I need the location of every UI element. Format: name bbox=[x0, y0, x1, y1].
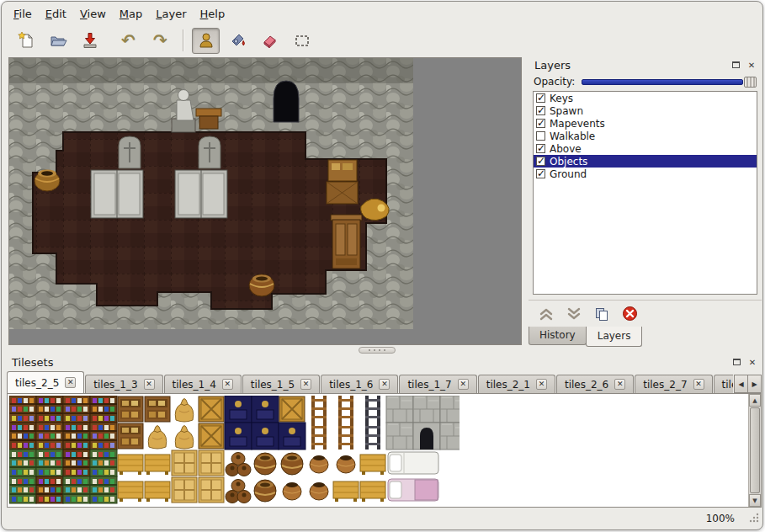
tab-label: tiles_2_5 bbox=[15, 377, 59, 389]
tilesets-panel: Tilesets ✕ tiles_2_5✕ tiles_1_3✕ tiles_1… bbox=[5, 354, 763, 510]
cabinet bbox=[331, 215, 362, 269]
tab-label: tiles_1_7 bbox=[407, 379, 451, 391]
scroll-down-button[interactable]: ▼ bbox=[749, 494, 761, 507]
tileset-tab-7[interactable]: tiles_2_6✕ bbox=[556, 375, 634, 393]
map-viewport bbox=[8, 57, 522, 345]
layer-visibility-checkbox[interactable] bbox=[536, 93, 545, 103]
duplicate-layer-button[interactable] bbox=[594, 306, 609, 322]
tab-label: tiles_1_6 bbox=[329, 379, 373, 391]
tab-scroll-buttons: ◀ ▶ bbox=[735, 375, 762, 393]
layer-visibility-checkbox[interactable] bbox=[536, 169, 545, 178]
layer-row-keys[interactable]: Keys bbox=[534, 92, 757, 104]
raise-layer-button[interactable] bbox=[539, 307, 554, 321]
select-tool-button[interactable] bbox=[288, 28, 316, 54]
close-tab-icon[interactable]: ✕ bbox=[693, 379, 704, 390]
tab-layers[interactable]: Layers bbox=[586, 327, 643, 347]
layer-visibility-checkbox[interactable] bbox=[536, 157, 545, 166]
layer-name: Keys bbox=[550, 93, 573, 104]
layers-panel-title: Layers bbox=[533, 59, 571, 72]
layer-row-mapevents[interactable]: Mapevents bbox=[534, 117, 757, 130]
undo-button[interactable]: ↶ bbox=[114, 28, 142, 54]
tileset-tab-6[interactable]: tiles_2_1✕ bbox=[478, 375, 555, 393]
layer-visibility-checkbox[interactable] bbox=[536, 131, 545, 141]
selection-rect-icon bbox=[293, 31, 311, 50]
tileset-tab-4[interactable]: tiles_1_6✕ bbox=[321, 375, 398, 393]
layer-list[interactable]: Keys Spawn Mapevents Walkable Above Obje… bbox=[533, 91, 757, 295]
layer-visibility-checkbox[interactable] bbox=[536, 119, 545, 128]
tileset-tab-0[interactable]: tiles_2_5✕ bbox=[7, 371, 84, 393]
tileset-tab-3[interactable]: tiles_1_5✕ bbox=[242, 375, 320, 393]
menu-help[interactable]: Help bbox=[194, 6, 232, 22]
layer-row-ground[interactable]: Ground bbox=[534, 168, 757, 180]
splitter-handle[interactable] bbox=[359, 347, 396, 354]
tilesets-panel-title: Tilesets bbox=[10, 356, 53, 369]
close-panel-button[interactable]: ✕ bbox=[746, 356, 758, 368]
tilesets-panel-header: Tilesets ✕ bbox=[5, 354, 763, 370]
tileset-view bbox=[8, 394, 748, 507]
map-canvas[interactable] bbox=[9, 58, 521, 344]
menu-file[interactable]: File bbox=[7, 6, 39, 22]
tab-label: tiles_2_6 bbox=[565, 379, 608, 391]
layer-row-above[interactable]: Above bbox=[534, 142, 757, 155]
save-map-button[interactable] bbox=[76, 28, 104, 54]
tileset-tab-2[interactable]: tiles_1_4✕ bbox=[164, 375, 242, 393]
close-tab-icon[interactable]: ✕ bbox=[222, 379, 233, 390]
menu-edit[interactable]: Edit bbox=[39, 6, 73, 22]
layer-visibility-checkbox[interactable] bbox=[536, 106, 545, 115]
tab-label: tiles_1_4 bbox=[173, 379, 216, 391]
layer-row-spawn[interactable]: Spawn bbox=[534, 104, 757, 117]
zoom-level: 100% bbox=[706, 513, 735, 524]
dye-tool-button[interactable] bbox=[224, 28, 252, 54]
eraser-tool-button[interactable] bbox=[256, 28, 284, 54]
menu-map[interactable]: Map bbox=[113, 6, 149, 22]
scroll-tabs-right-button[interactable]: ▶ bbox=[747, 375, 762, 393]
close-tab-icon[interactable]: ✕ bbox=[300, 379, 311, 390]
tab-label: tiles_ bbox=[722, 379, 733, 391]
layer-visibility-checkbox[interactable] bbox=[536, 144, 545, 153]
lower-layer-button[interactable] bbox=[566, 307, 582, 321]
layer-row-walkable[interactable]: Walkable bbox=[534, 130, 757, 142]
menubar: File Edit View Map Layer Help bbox=[7, 5, 231, 23]
close-tab-icon[interactable]: ✕ bbox=[458, 379, 469, 390]
scroll-up-button[interactable]: ▲ bbox=[749, 394, 761, 407]
new-file-button[interactable] bbox=[12, 28, 40, 54]
opacity-slider-track[interactable] bbox=[582, 79, 743, 85]
close-tab-icon[interactable]: ✕ bbox=[65, 377, 76, 388]
dye-bucket-icon bbox=[229, 31, 247, 50]
tileset-vertical-scrollbar[interactable]: ▲ ▼ bbox=[748, 394, 761, 507]
resize-grip[interactable] bbox=[748, 510, 759, 526]
close-tab-icon[interactable]: ✕ bbox=[144, 379, 155, 390]
menu-layer[interactable]: Layer bbox=[149, 6, 193, 22]
tab-label: tiles_2_1 bbox=[486, 379, 530, 391]
float-panel-button[interactable] bbox=[730, 356, 742, 368]
scroll-tabs-left-button[interactable]: ◀ bbox=[734, 375, 748, 393]
tileset-tab-1[interactable]: tiles_1_3✕ bbox=[85, 375, 162, 393]
opacity-slider[interactable] bbox=[582, 77, 757, 88]
pot-left bbox=[35, 170, 60, 192]
layer-row-objects[interactable]: Objects bbox=[534, 155, 757, 168]
statusbar: 100% bbox=[2, 508, 762, 529]
delete-icon bbox=[622, 306, 638, 322]
tileset-tab-8[interactable]: tiles_2_7✕ bbox=[635, 375, 712, 393]
tileset-tab-9[interactable]: tiles_✕ bbox=[714, 375, 733, 393]
undo-icon: ↶ bbox=[121, 32, 135, 49]
stamp-tool-button[interactable] bbox=[192, 28, 220, 54]
close-tab-icon[interactable]: ✕ bbox=[614, 379, 625, 390]
tileset-tab-bar: tiles_2_5✕ tiles_1_3✕ tiles_1_4✕ tiles_1… bbox=[7, 371, 733, 393]
stone-door-right bbox=[175, 170, 227, 218]
layers-panel: Layers ✕ Opacity: Keys Spawn bbox=[529, 57, 762, 347]
layer-name: Above bbox=[550, 143, 582, 155]
close-tab-icon[interactable]: ✕ bbox=[536, 379, 547, 390]
close-panel-button[interactable]: ✕ bbox=[746, 59, 757, 71]
redo-button[interactable]: ↷ bbox=[146, 28, 174, 54]
close-tab-icon[interactable]: ✕ bbox=[379, 379, 390, 390]
scrollbar-thumb[interactable] bbox=[750, 407, 760, 493]
tileset-image[interactable] bbox=[9, 396, 460, 505]
delete-layer-button[interactable] bbox=[622, 306, 638, 322]
float-panel-button[interactable] bbox=[730, 59, 741, 71]
open-map-button[interactable] bbox=[44, 28, 72, 54]
tab-history[interactable]: History bbox=[529, 327, 587, 345]
menu-view[interactable]: View bbox=[73, 6, 113, 22]
opacity-slider-handle[interactable] bbox=[744, 77, 757, 88]
tileset-tab-5[interactable]: tiles_1_7✕ bbox=[399, 375, 476, 393]
